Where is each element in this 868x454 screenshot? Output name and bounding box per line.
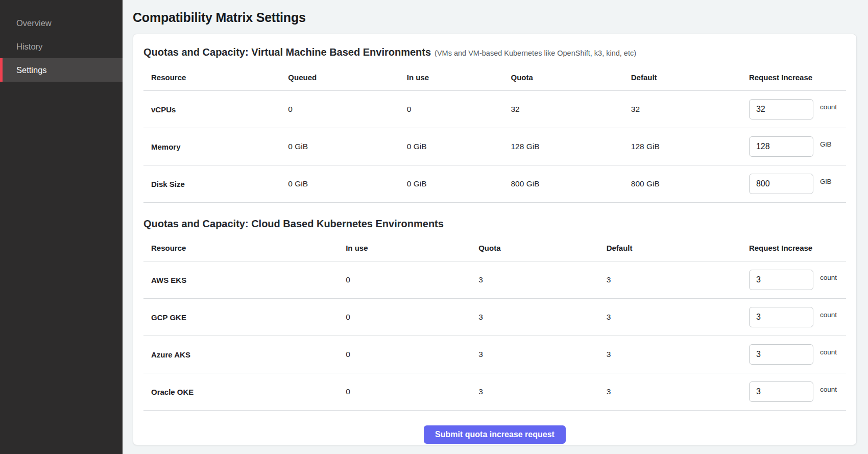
quota-value: 3 [471,373,598,411]
quota-value: 3 [471,299,598,336]
table-row-aws-eks: AWS EKS 0 3 3 count [143,261,846,299]
k8s-quota-table: Resource In use Quota Default Request In… [143,236,846,411]
quota-value: 32 [503,91,623,128]
unit-label: count [820,103,837,111]
resource-label: Azure AKS [143,336,338,373]
quota-input-vcpus[interactable] [749,99,813,120]
k8s-col-default: Default [599,236,741,261]
quota-input-disk-size[interactable] [749,174,813,194]
vm-col-default: Default [623,66,741,91]
sidebar-item-settings[interactable]: Settings [0,58,123,82]
k8s-table-header-row: Resource In use Quota Default Request In… [143,236,846,261]
quota-input-memory[interactable] [749,136,813,157]
vm-section-subtitle: (VMs and VM-based Kubernetes like OpenSh… [435,49,636,57]
table-row-azure-aks: Azure AKS 0 3 3 count [143,336,846,373]
k8s-col-quota: Quota [471,236,598,261]
table-row-oracle-oke: Oracle OKE 0 3 3 count [143,373,846,411]
resource-label: Disk Size [143,165,280,203]
queued-value: 0 GiB [280,165,399,203]
unit-label: count [820,274,837,281]
k8s-col-request-increase: Request Increase [741,236,846,261]
default-value: 3 [599,373,741,411]
default-value: 3 [599,261,741,299]
in-use-value: 0 [338,261,471,299]
quotas-card: Quotas and Capacity: Virtual Machine Bas… [133,34,857,445]
vm-col-in-use: In use [399,66,503,91]
unit-label: count [820,311,837,319]
default-value: 3 [599,299,741,336]
request-increase-cell: GiB [749,174,841,194]
table-row-disk-size: Disk Size 0 GiB 0 GiB 800 GiB 800 GiB Gi… [143,165,846,203]
unit-label: count [820,348,837,356]
submit-quota-increase-button[interactable]: Submit quota increase request [424,425,566,444]
table-row-memory: Memory 0 GiB 0 GiB 128 GiB 128 GiB GiB [143,128,846,165]
request-increase-cell: count [749,344,841,365]
in-use-value: 0 [338,373,471,411]
in-use-value: 0 [338,336,471,373]
unit-label: GiB [820,140,832,148]
vm-table-header-row: Resource Queued In use Quota Default Req… [143,66,846,91]
request-increase-cell: count [749,307,841,327]
vm-section-title: Quotas and Capacity: Virtual Machine Bas… [143,45,846,60]
request-increase-cell: count [749,270,841,290]
default-value: 128 GiB [623,128,741,165]
sidebar: Overview History Settings [0,0,123,454]
k8s-section-title-text: Quotas and Capacity: Cloud Based Kuberne… [143,218,444,229]
vm-col-request-increase: Request Increase [741,66,846,91]
card-actions: Submit quota increase request [143,425,846,444]
vm-col-quota: Quota [503,66,623,91]
resource-label: vCPUs [143,91,280,128]
vm-quota-table: Resource Queued In use Quota Default Req… [143,66,846,203]
request-increase-cell: count [749,381,841,402]
resource-label: Oracle OKE [143,373,338,411]
app-window: Overview History Settings Compatibility … [0,0,868,454]
in-use-value: 0 [338,299,471,336]
default-value: 32 [623,91,741,128]
quota-value: 3 [471,261,598,299]
unit-label: count [820,386,837,393]
in-use-value: 0 GiB [399,128,503,165]
quota-value: 800 GiB [503,165,623,203]
table-row-vcpus: vCPUs 0 0 32 32 count [143,91,846,128]
page-title: Compatibility Matrix Settings [133,10,857,25]
quota-input-oracle-oke[interactable] [749,381,813,402]
vm-section-title-text: Quotas and Capacity: Virtual Machine Bas… [143,46,431,58]
quota-value: 3 [471,336,598,373]
vm-col-resource: Resource [143,66,280,91]
vm-col-queued: Queued [280,66,399,91]
unit-label: GiB [820,178,832,185]
table-row-gcp-gke: GCP GKE 0 3 3 count [143,299,846,336]
sidebar-nav: Overview History Settings [0,0,123,82]
sidebar-item-history[interactable]: History [0,35,123,58]
resource-label: AWS EKS [143,261,338,299]
quota-input-gcp-gke[interactable] [749,307,813,327]
default-value: 800 GiB [623,165,741,203]
k8s-col-resource: Resource [143,236,338,261]
request-increase-cell: GiB [749,136,841,157]
main-content: Compatibility Matrix Settings Quotas and… [123,0,868,454]
queued-value: 0 [280,91,399,128]
quota-value: 128 GiB [503,128,623,165]
k8s-col-in-use: In use [338,236,471,261]
resource-label: Memory [143,128,280,165]
in-use-value: 0 [399,91,503,128]
k8s-section-title: Quotas and Capacity: Cloud Based Kuberne… [143,217,846,230]
quota-input-aws-eks[interactable] [749,270,813,290]
sidebar-item-overview[interactable]: Overview [0,11,123,35]
default-value: 3 [599,336,741,373]
request-increase-cell: count [749,99,841,120]
queued-value: 0 GiB [280,128,399,165]
resource-label: GCP GKE [143,299,338,336]
quota-input-azure-aks[interactable] [749,344,813,365]
in-use-value: 0 GiB [399,165,503,203]
